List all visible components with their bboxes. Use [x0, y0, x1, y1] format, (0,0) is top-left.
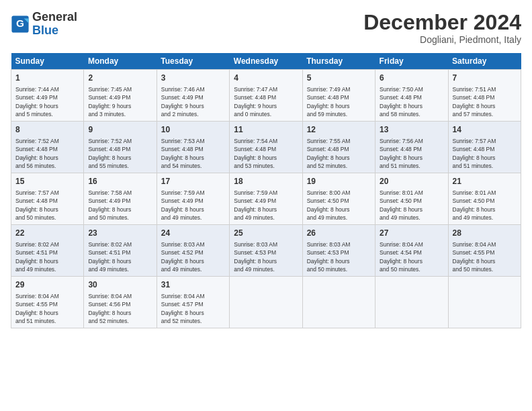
- day-number: 2: [88, 73, 152, 84]
- day-number: 18: [234, 176, 298, 187]
- calendar-cell: 24Sunrise: 8:03 AM Sunset: 4:52 PM Dayli…: [157, 225, 229, 277]
- day-info: Sunrise: 7:56 AM Sunset: 4:48 PM Dayligh…: [380, 137, 443, 170]
- calendar-cell: [448, 277, 521, 328]
- calendar-cell: 12Sunrise: 7:55 AM Sunset: 4:48 PM Dayli…: [302, 122, 375, 173]
- calendar-cell: 9Sunrise: 7:52 AM Sunset: 4:48 PM Daylig…: [84, 122, 157, 173]
- day-number: 8: [15, 124, 79, 136]
- day-info: Sunrise: 7:57 AM Sunset: 4:48 PM Dayligh…: [453, 137, 517, 170]
- calendar-cell: 19Sunrise: 8:00 AM Sunset: 4:50 PM Dayli…: [302, 173, 375, 225]
- day-number: 25: [234, 228, 298, 239]
- logo-icon: G: [11, 15, 30, 34]
- day-number: 11: [234, 124, 298, 136]
- logo-line2: Blue: [32, 24, 58, 37]
- calendar-cell: 29Sunrise: 8:04 AM Sunset: 4:55 PM Dayli…: [11, 277, 84, 328]
- day-info: Sunrise: 7:59 AM Sunset: 4:49 PM Dayligh…: [161, 189, 225, 222]
- day-number: 17: [161, 176, 225, 187]
- day-info: Sunrise: 7:50 AM Sunset: 4:48 PM Dayligh…: [380, 85, 443, 118]
- calendar-cell: [230, 277, 302, 328]
- title-block: December 2024 Dogliani, Piedmont, Italy: [363, 11, 521, 45]
- day-info: Sunrise: 7:46 AM Sunset: 4:49 PM Dayligh…: [161, 85, 225, 118]
- calendar-cell: 2Sunrise: 7:45 AM Sunset: 4:49 PM Daylig…: [84, 70, 157, 122]
- day-info: Sunrise: 8:03 AM Sunset: 4:53 PM Dayligh…: [234, 240, 298, 273]
- calendar-table: Sunday Monday Tuesday Wednesday Thursday…: [11, 53, 521, 328]
- day-number: 26: [307, 228, 371, 239]
- day-info: Sunrise: 8:01 AM Sunset: 4:50 PM Dayligh…: [380, 189, 443, 222]
- day-info: Sunrise: 7:57 AM Sunset: 4:48 PM Dayligh…: [15, 189, 79, 222]
- day-number: 7: [453, 73, 517, 84]
- day-info: Sunrise: 8:04 AM Sunset: 4:56 PM Dayligh…: [88, 292, 152, 325]
- day-number: 19: [307, 176, 371, 187]
- calendar-cell: [375, 277, 448, 328]
- day-info: Sunrise: 8:04 AM Sunset: 4:57 PM Dayligh…: [161, 292, 225, 325]
- header-thursday: Thursday: [302, 53, 375, 70]
- month-title: December 2024: [363, 11, 521, 34]
- day-info: Sunrise: 7:45 AM Sunset: 4:49 PM Dayligh…: [88, 85, 152, 118]
- calendar-cell: 27Sunrise: 8:04 AM Sunset: 4:54 PM Dayli…: [375, 225, 448, 277]
- week-row-2: 15Sunrise: 7:57 AM Sunset: 4:48 PM Dayli…: [11, 173, 521, 225]
- day-number: 27: [380, 228, 443, 239]
- calendar-cell: 16Sunrise: 7:58 AM Sunset: 4:49 PM Dayli…: [84, 173, 157, 225]
- day-info: Sunrise: 8:02 AM Sunset: 4:51 PM Dayligh…: [88, 240, 152, 273]
- location: Dogliani, Piedmont, Italy: [363, 34, 521, 45]
- day-info: Sunrise: 7:52 AM Sunset: 4:48 PM Dayligh…: [15, 137, 79, 170]
- header-monday: Monday: [84, 53, 157, 70]
- day-info: Sunrise: 7:47 AM Sunset: 4:48 PM Dayligh…: [234, 85, 298, 118]
- calendar-header: Sunday Monday Tuesday Wednesday Thursday…: [11, 53, 521, 70]
- day-info: Sunrise: 7:55 AM Sunset: 4:48 PM Dayligh…: [307, 137, 371, 170]
- day-number: 22: [15, 228, 79, 239]
- day-number: 15: [15, 176, 79, 187]
- day-info: Sunrise: 7:44 AM Sunset: 4:49 PM Dayligh…: [15, 85, 79, 118]
- day-number: 21: [453, 176, 517, 187]
- calendar-cell: 28Sunrise: 8:04 AM Sunset: 4:55 PM Dayli…: [448, 225, 521, 277]
- calendar-cell: 25Sunrise: 8:03 AM Sunset: 4:53 PM Dayli…: [230, 225, 302, 277]
- week-row-1: 8Sunrise: 7:52 AM Sunset: 4:48 PM Daylig…: [11, 122, 521, 173]
- day-info: Sunrise: 8:04 AM Sunset: 4:55 PM Dayligh…: [15, 292, 79, 325]
- day-number: 10: [161, 124, 225, 136]
- calendar-cell: 11Sunrise: 7:54 AM Sunset: 4:48 PM Dayli…: [230, 122, 302, 173]
- week-row-3: 22Sunrise: 8:02 AM Sunset: 4:51 PM Dayli…: [11, 225, 521, 277]
- header-wednesday: Wednesday: [230, 53, 302, 70]
- calendar-cell: 22Sunrise: 8:02 AM Sunset: 4:51 PM Dayli…: [11, 225, 84, 277]
- day-number: 3: [161, 73, 225, 84]
- header-row: Sunday Monday Tuesday Wednesday Thursday…: [11, 53, 521, 70]
- day-info: Sunrise: 7:49 AM Sunset: 4:48 PM Dayligh…: [307, 85, 371, 118]
- day-number: 5: [307, 73, 371, 84]
- day-info: Sunrise: 8:04 AM Sunset: 4:55 PM Dayligh…: [453, 240, 517, 273]
- calendar-cell: 4Sunrise: 7:47 AM Sunset: 4:48 PM Daylig…: [230, 70, 302, 122]
- day-number: 4: [234, 73, 298, 84]
- calendar-cell: [302, 277, 375, 328]
- day-number: 1: [15, 73, 79, 84]
- day-info: Sunrise: 8:01 AM Sunset: 4:50 PM Dayligh…: [453, 189, 517, 222]
- day-info: Sunrise: 7:51 AM Sunset: 4:48 PM Dayligh…: [453, 85, 517, 118]
- day-number: 14: [453, 124, 517, 136]
- page: G General Blue December 2024 Dogliani, P…: [0, 0, 532, 411]
- calendar-cell: 23Sunrise: 8:02 AM Sunset: 4:51 PM Dayli…: [84, 225, 157, 277]
- calendar-cell: 18Sunrise: 7:59 AM Sunset: 4:49 PM Dayli…: [230, 173, 302, 225]
- day-info: Sunrise: 7:53 AM Sunset: 4:48 PM Dayligh…: [161, 137, 225, 170]
- header-saturday: Saturday: [448, 53, 521, 70]
- header: G General Blue December 2024 Dogliani, P…: [11, 11, 521, 45]
- day-info: Sunrise: 8:02 AM Sunset: 4:51 PM Dayligh…: [15, 240, 79, 273]
- calendar-cell: 8Sunrise: 7:52 AM Sunset: 4:48 PM Daylig…: [11, 122, 84, 173]
- svg-text:G: G: [16, 17, 24, 29]
- calendar-cell: 14Sunrise: 7:57 AM Sunset: 4:48 PM Dayli…: [448, 122, 521, 173]
- day-number: 16: [88, 176, 152, 187]
- day-number: 31: [161, 279, 225, 291]
- logo-line1: General: [32, 11, 77, 24]
- header-friday: Friday: [375, 53, 448, 70]
- logo-text: General Blue: [32, 11, 77, 38]
- week-row-0: 1Sunrise: 7:44 AM Sunset: 4:49 PM Daylig…: [11, 70, 521, 122]
- logo: G General Blue: [11, 11, 77, 38]
- week-row-4: 29Sunrise: 8:04 AM Sunset: 4:55 PM Dayli…: [11, 277, 521, 328]
- day-info: Sunrise: 8:03 AM Sunset: 4:52 PM Dayligh…: [161, 240, 225, 273]
- calendar-body: 1Sunrise: 7:44 AM Sunset: 4:49 PM Daylig…: [11, 70, 521, 328]
- calendar-cell: 31Sunrise: 8:04 AM Sunset: 4:57 PM Dayli…: [157, 277, 229, 328]
- calendar-cell: 30Sunrise: 8:04 AM Sunset: 4:56 PM Dayli…: [84, 277, 157, 328]
- calendar-cell: 13Sunrise: 7:56 AM Sunset: 4:48 PM Dayli…: [375, 122, 448, 173]
- calendar-cell: 3Sunrise: 7:46 AM Sunset: 4:49 PM Daylig…: [157, 70, 229, 122]
- calendar-cell: 7Sunrise: 7:51 AM Sunset: 4:48 PM Daylig…: [448, 70, 521, 122]
- day-number: 6: [380, 73, 443, 84]
- day-number: 28: [453, 228, 517, 239]
- header-tuesday: Tuesday: [157, 53, 229, 70]
- day-number: 13: [380, 124, 443, 136]
